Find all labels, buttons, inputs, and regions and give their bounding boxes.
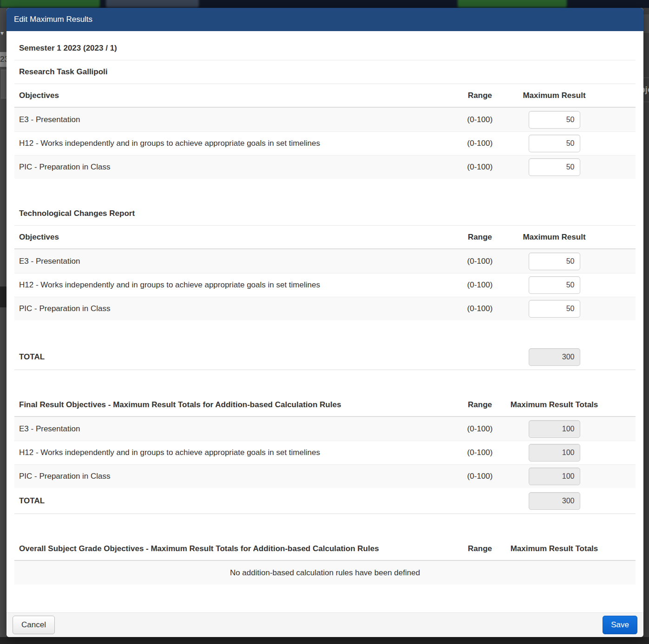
total-label: TOTAL xyxy=(14,352,450,362)
range-value: (0-100) xyxy=(450,163,510,172)
edit-maximum-results-modal: Edit Maximum Results Semester 1 2023 (20… xyxy=(7,8,643,637)
objectives-column-header: Objectives xyxy=(14,91,450,100)
objective-label: H12 - Works independently and in groups … xyxy=(14,448,450,457)
objective-label: PIC - Preparation in Class xyxy=(14,163,450,172)
range-value: (0-100) xyxy=(450,472,510,481)
final-section-heading: Final Result Objectives - Maximum Result… xyxy=(14,400,450,410)
range-column-header: Range xyxy=(450,233,510,242)
total-label: TOTAL xyxy=(14,496,450,506)
objectives-column-header: Objectives xyxy=(14,233,450,242)
divider xyxy=(643,102,649,102)
background-toolbar-fragment xyxy=(643,14,649,33)
objective-label: E3 - Presentation xyxy=(14,115,450,124)
range-column-header: Range xyxy=(450,544,510,553)
max-result-input[interactable] xyxy=(529,135,580,152)
overall-section-heading: Overall Subject Grade Objectives - Maxim… xyxy=(14,544,450,553)
objective-label: H12 - Works independently and in groups … xyxy=(14,280,450,290)
objective-label: H12 - Works independently and in groups … xyxy=(14,139,450,148)
tasks-total-input xyxy=(529,348,580,366)
table-row: PIC - Preparation in Class (0-100) xyxy=(14,155,636,179)
background-year-fragment: 23 xyxy=(0,52,7,67)
max-result-total-input xyxy=(529,420,580,438)
max-result-input[interactable] xyxy=(529,300,580,318)
save-button[interactable]: Save xyxy=(603,616,637,634)
modal-title: Edit Maximum Results xyxy=(14,15,92,24)
max-result-input[interactable] xyxy=(529,111,580,129)
objective-label: PIC - Preparation in Class xyxy=(14,472,450,481)
table-row: H12 - Works independently and in groups … xyxy=(14,273,636,297)
objective-label: PIC - Preparation in Class xyxy=(14,304,450,313)
table-row: H12 - Works independently and in groups … xyxy=(14,441,636,464)
divider xyxy=(643,78,649,78)
banner-logo-left xyxy=(0,0,100,7)
table-row: E3 - Presentation (0-100) xyxy=(14,108,636,131)
max-result-total-input xyxy=(529,444,580,462)
empty-rules-message: No addition-based calculation rules have… xyxy=(14,561,636,585)
task-heading: Research Task Gallipoli xyxy=(14,60,636,84)
overall-section-header-row: Overall Subject Grade Objectives - Maxim… xyxy=(14,537,636,561)
background-right-edge: bje xyxy=(643,8,649,637)
table-row: H12 - Works independently and in groups … xyxy=(14,131,636,155)
table-row: E3 - Presentation (0-100) xyxy=(14,417,636,441)
background-bottom-edge xyxy=(0,637,649,644)
max-result-input[interactable] xyxy=(529,276,580,294)
objective-label: E3 - Presentation xyxy=(14,424,450,434)
modal-body: Semester 1 2023 (2023 / 1) Research Task… xyxy=(7,31,643,612)
task-heading: Technological Changes Report xyxy=(14,202,636,226)
banner-figures-image xyxy=(106,0,199,7)
background-text-fragment: bje xyxy=(643,85,649,95)
max-result-column-header: Maximum Result xyxy=(510,91,598,100)
max-result-totals-column-header: Maximum Result Totals xyxy=(510,400,598,410)
range-column-header: Range xyxy=(450,400,510,410)
chevron-down-icon: ▾ xyxy=(0,29,4,37)
table-row: PIC - Preparation in Class (0-100) xyxy=(14,464,636,488)
table-row: PIC - Preparation in Class (0-100) xyxy=(14,297,636,320)
objective-label: E3 - Presentation xyxy=(14,257,450,266)
cancel-button[interactable]: Cancel xyxy=(13,616,55,634)
banner-logo-right xyxy=(458,0,567,7)
range-value: (0-100) xyxy=(450,257,510,266)
background-dark-fragment xyxy=(0,286,7,307)
max-result-total-input xyxy=(529,468,580,485)
range-value: (0-100) xyxy=(450,424,510,434)
max-result-totals-column-header: Maximum Result Totals xyxy=(510,544,598,553)
range-value: (0-100) xyxy=(450,139,510,148)
final-section-header-row: Final Result Objectives - Maximum Result… xyxy=(14,393,636,417)
range-value: (0-100) xyxy=(450,280,510,290)
tasks-total-row: TOTAL xyxy=(14,344,636,370)
background-panel-fragment xyxy=(1,70,7,98)
modal-header: Edit Maximum Results xyxy=(7,8,643,31)
range-value: (0-100) xyxy=(450,304,510,313)
max-result-column-header: Maximum Result xyxy=(510,233,598,242)
background-left-edge: ▾ 23 xyxy=(0,8,7,637)
max-result-input[interactable] xyxy=(529,253,580,270)
final-total-row: TOTAL xyxy=(14,488,636,514)
range-column-header: Range xyxy=(450,91,510,100)
range-value: (0-100) xyxy=(450,448,510,457)
table-row: E3 - Presentation (0-100) xyxy=(14,249,636,273)
table-header-row: Objectives Range Maximum Result xyxy=(14,226,636,249)
background-banner xyxy=(0,0,649,8)
modal-footer: Cancel Save xyxy=(7,612,643,637)
final-total-input xyxy=(529,492,580,510)
table-header-row: Objectives Range Maximum Result xyxy=(14,84,636,108)
max-result-input[interactable] xyxy=(529,158,580,176)
range-value: (0-100) xyxy=(450,115,510,124)
semester-heading: Semester 1 2023 (2023 / 1) xyxy=(14,37,636,60)
